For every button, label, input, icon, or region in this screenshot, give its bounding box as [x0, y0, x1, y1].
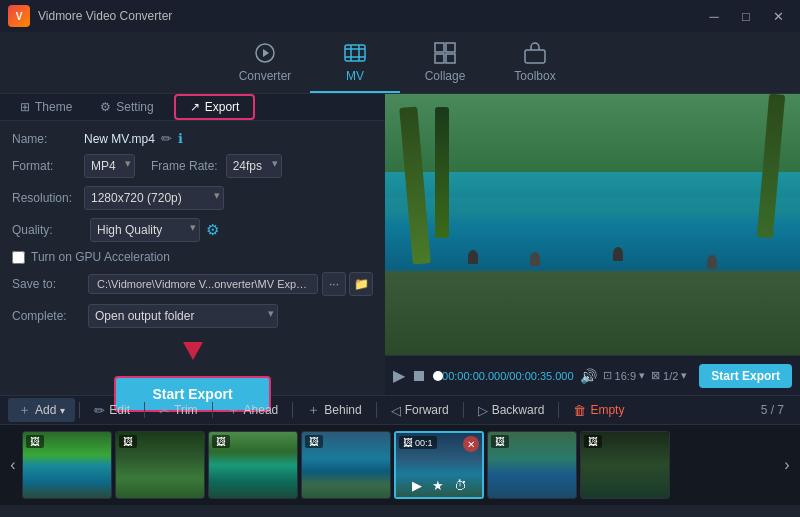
- resolution-row: Resolution: 1280x720 (720p): [12, 186, 373, 210]
- volume-icon[interactable]: 🔊: [580, 368, 597, 384]
- strip-clock-icon[interactable]: ⏱: [454, 478, 467, 493]
- minimize-button[interactable]: ─: [700, 6, 728, 26]
- strip-img-icon-3: 🖼: [212, 435, 230, 448]
- svg-rect-3: [435, 43, 444, 52]
- ratio-icon: ⊡: [603, 369, 612, 382]
- start-export-right-button[interactable]: Start Export: [699, 364, 792, 388]
- toolbar-count: 5 / 7: [761, 403, 792, 417]
- titlebar-title: Vidmore Video Converter: [38, 9, 172, 23]
- framerate-select[interactable]: 24fps: [226, 154, 282, 178]
- complete-select-wrap[interactable]: Open output folder: [88, 304, 278, 328]
- edit-button[interactable]: ✏ Edit: [84, 400, 140, 421]
- tab-converter-label: Converter: [239, 69, 292, 83]
- format-select[interactable]: MP4: [84, 154, 135, 178]
- ratio-select[interactable]: ⊡ 16:9 ▾: [603, 369, 645, 382]
- bottom-toolbar: ＋ Add ▾ ✏ Edit ✂ Trim ＋ Ahead ＋ Behind ◁…: [0, 395, 800, 425]
- scale-select[interactable]: ⊠ 1/2 ▾: [651, 369, 687, 382]
- left-panel: ⊞ Theme ⚙ Setting ↗ Export Name: New MV.…: [0, 94, 385, 395]
- saveto-folder-button[interactable]: 📁: [349, 272, 373, 296]
- theme-tab-label: Theme: [35, 100, 72, 114]
- strip-close-5[interactable]: ✕: [463, 436, 479, 452]
- strip-item-4[interactable]: 🖼: [301, 431, 391, 499]
- trim-icon: ✂: [159, 403, 170, 418]
- strip-item-6[interactable]: 🖼: [487, 431, 577, 499]
- strip-img-icon-7: 🖼: [584, 435, 602, 448]
- resolution-select[interactable]: 1280x720 (720p): [84, 186, 224, 210]
- svg-rect-2: [345, 45, 365, 61]
- strip-item-7[interactable]: 🖼: [580, 431, 670, 499]
- scale-icon: ⊠: [651, 369, 660, 382]
- quality-select[interactable]: High Quality: [90, 218, 200, 242]
- complete-select[interactable]: Open output folder: [88, 304, 278, 328]
- backward-label: Backward: [492, 403, 545, 417]
- sep-7: [558, 402, 559, 418]
- quality-settings-button[interactable]: ⚙: [206, 221, 219, 239]
- close-button[interactable]: ✕: [764, 6, 792, 26]
- strip-item-5[interactable]: 🖼 00:1 ✕ ▶ ★ ⏱: [394, 431, 484, 499]
- tab-collage[interactable]: Collage: [400, 33, 490, 93]
- strip-star-icon[interactable]: ★: [432, 478, 444, 493]
- restore-button[interactable]: □: [732, 6, 760, 26]
- edit-name-icon[interactable]: ✏: [161, 131, 172, 146]
- sep-1: [79, 402, 80, 418]
- main-area: ⊞ Theme ⚙ Setting ↗ Export Name: New MV.…: [0, 94, 800, 395]
- time-total: 00:00:35.000: [509, 370, 573, 382]
- strip-item-2[interactable]: 🖼: [115, 431, 205, 499]
- export-tab-label: Export: [205, 100, 240, 114]
- strip-img-icon-4: 🖼: [305, 435, 323, 448]
- export-tab[interactable]: ↗ Export: [174, 94, 256, 120]
- nav-tabs: Converter MV Collage Toolbox: [0, 32, 800, 94]
- quality-select-wrap[interactable]: High Quality: [90, 218, 200, 242]
- preview-area: [385, 94, 800, 355]
- edit-icon: ✏: [94, 403, 105, 418]
- scale-chevron-icon: ▾: [681, 369, 687, 382]
- svg-rect-7: [525, 50, 545, 63]
- strip-item-3[interactable]: 🖼: [208, 431, 298, 499]
- trim-button[interactable]: ✂ Trim: [149, 400, 208, 421]
- empty-button[interactable]: 🗑 Empty: [563, 400, 634, 421]
- filmstrip-prev-arrow[interactable]: ‹: [4, 425, 22, 505]
- format-row: Format: MP4 Frame Rate: 24fps: [12, 154, 373, 178]
- framerate-group: Frame Rate: 24fps: [151, 154, 282, 178]
- strip-img-icon-1: 🖼: [26, 435, 44, 448]
- stop-button[interactable]: ⏹: [411, 367, 427, 385]
- backward-button[interactable]: ▷ Backward: [468, 400, 555, 421]
- forward-button[interactable]: ◁ Forward: [381, 400, 459, 421]
- gear-icon: ⚙: [100, 100, 111, 114]
- strip-play-icon[interactable]: ▶: [412, 478, 422, 493]
- behind-button[interactable]: ＋ Behind: [297, 398, 371, 422]
- theme-tab[interactable]: ⊞ Theme: [8, 96, 84, 118]
- panel-content: Name: New MV.mp4 ✏ ℹ Format: MP4 Frame R…: [0, 121, 385, 338]
- down-arrow-icon: [183, 342, 203, 360]
- strip-item-1[interactable]: 🖼: [22, 431, 112, 499]
- titlebar-controls[interactable]: ─ □ ✕: [700, 6, 792, 26]
- setting-tab[interactable]: ⚙ Setting: [88, 96, 165, 118]
- titlebar-left: V Vidmore Video Converter: [8, 5, 172, 27]
- sep-3: [212, 402, 213, 418]
- empty-label: Empty: [590, 403, 624, 417]
- timeline-bar[interactable]: [433, 374, 436, 378]
- gpu-checkbox[interactable]: [12, 251, 25, 264]
- play-button[interactable]: ▶: [393, 366, 405, 385]
- tab-toolbox[interactable]: Toolbox: [490, 33, 580, 93]
- format-select-wrap[interactable]: MP4: [84, 154, 135, 178]
- filmstrip-next-arrow[interactable]: ›: [778, 425, 796, 505]
- palm-3: [435, 107, 449, 238]
- tab-converter[interactable]: Converter: [220, 33, 310, 93]
- info-icon[interactable]: ℹ: [178, 131, 183, 146]
- add-button[interactable]: ＋ Add ▾: [8, 398, 75, 422]
- svg-marker-1: [263, 49, 269, 57]
- saveto-more-button[interactable]: ···: [322, 272, 346, 296]
- sep-5: [376, 402, 377, 418]
- framerate-select-wrap[interactable]: 24fps: [226, 154, 282, 178]
- name-value-group: New MV.mp4 ✏ ℹ: [84, 131, 183, 146]
- ahead-label: Ahead: [244, 403, 279, 417]
- ahead-button[interactable]: ＋ Ahead: [217, 398, 289, 422]
- player-controls: ▶ ⏹ 00:00:00.000/00:00:35.000 🔊 ⊡ 16:9 ▾…: [385, 355, 800, 395]
- gpu-row: Turn on GPU Acceleration: [12, 250, 373, 264]
- resolution-select-wrap[interactable]: 1280x720 (720p): [84, 186, 224, 210]
- tab-mv[interactable]: MV: [310, 33, 400, 93]
- timeline-dot[interactable]: [433, 371, 443, 381]
- gpu-label[interactable]: Turn on GPU Acceleration: [31, 250, 170, 264]
- sep-6: [463, 402, 464, 418]
